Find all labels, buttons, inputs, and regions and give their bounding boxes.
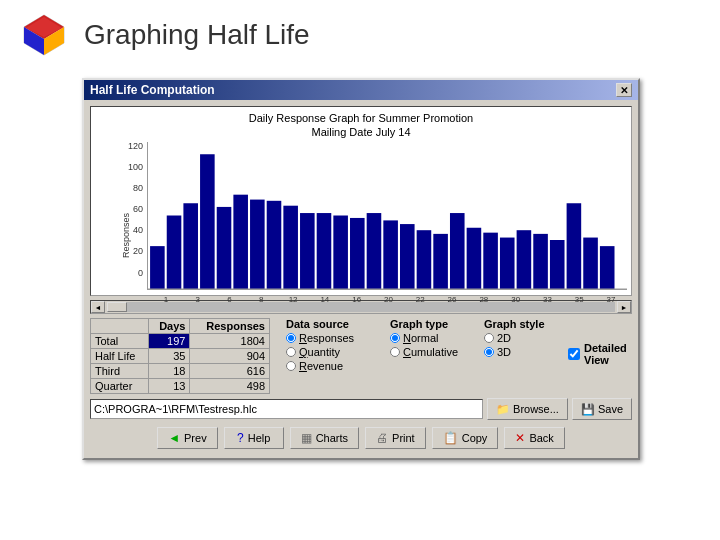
chart-plot: 1 3 6 8 12 14 16 20 22 26 <box>147 142 627 290</box>
graphstyle-section: Graph style 2D 3D <box>484 318 564 394</box>
row-label-third: Third <box>91 364 149 379</box>
radio-responses-row[interactable]: Responses <box>286 332 386 344</box>
row-days-quarter: 13 <box>148 379 189 394</box>
svg-rect-21 <box>417 230 432 289</box>
col-header-label <box>91 319 149 334</box>
radio-3d[interactable] <box>484 347 494 357</box>
close-button[interactable]: ✕ <box>616 83 632 97</box>
chart-container: Daily Response Graph for Summer Promotio… <box>90 106 632 296</box>
svg-rect-12 <box>267 200 282 288</box>
scrollbar[interactable]: ◄ ► <box>90 300 632 314</box>
radio-normal[interactable] <box>390 333 400 343</box>
col-header-responses: Responses <box>190 319 270 334</box>
detailed-view-checkbox[interactable] <box>568 348 580 360</box>
radio-3d-label: 3D <box>497 346 511 358</box>
toolbar: ◄ Prev ? Help ▦ Charts 🖨 Print 📋 Cop <box>90 424 632 452</box>
copy-button[interactable]: 📋 Copy <box>432 427 499 449</box>
graphtype-label: Graph type <box>390 318 480 330</box>
svg-rect-17 <box>350 218 365 289</box>
radio-quantity[interactable] <box>286 347 296 357</box>
svg-rect-31 <box>583 237 598 288</box>
svg-rect-26 <box>500 237 515 288</box>
row-responses-quarter: 498 <box>190 379 270 394</box>
prev-button[interactable]: ◄ Prev <box>157 427 218 449</box>
radio-2d-row[interactable]: 2D <box>484 332 564 344</box>
data-table: Days Responses Total 197 1804 Half <box>90 318 270 394</box>
dialog-titlebar: Half Life Computation ✕ <box>84 80 638 100</box>
page-background: Graphing Half Life Half Life Computation… <box>0 0 720 540</box>
table-row: Quarter 13 498 <box>91 379 270 394</box>
svg-rect-6 <box>167 215 182 289</box>
radio-responses[interactable] <box>286 333 296 343</box>
browse-icon: 📁 <box>496 403 510 416</box>
dialog-window: Half Life Computation ✕ Daily Response G… <box>82 78 640 460</box>
graphstyle-label: Graph style <box>484 318 564 330</box>
svg-rect-20 <box>400 224 415 289</box>
data-table-section: Days Responses Total 197 1804 Half <box>90 318 270 394</box>
help-button[interactable]: ? Help <box>224 427 284 449</box>
detailed-section: Detailed View <box>568 318 632 394</box>
row-days-third: 18 <box>148 364 189 379</box>
svg-rect-18 <box>367 213 382 289</box>
dialog-title: Half Life Computation <box>90 83 215 97</box>
radio-cumulative[interactable] <box>390 347 400 357</box>
svg-rect-19 <box>383 220 398 289</box>
charts-button[interactable]: ▦ Charts <box>290 427 359 449</box>
svg-rect-27 <box>517 230 532 289</box>
copy-icon: 📋 <box>443 431 458 445</box>
radio-3d-row[interactable]: 3D <box>484 346 564 358</box>
print-button[interactable]: 🖨 Print <box>365 427 426 449</box>
radio-cumulative-label: Cumulative <box>403 346 458 358</box>
print-icon: 🖨 <box>376 431 388 445</box>
svg-rect-9 <box>217 207 232 289</box>
help-icon: ? <box>237 431 244 445</box>
detailed-view-label: Detailed View <box>584 342 632 366</box>
row-label-quarter: Quarter <box>91 379 149 394</box>
svg-rect-16 <box>333 215 348 289</box>
row-responses-third: 616 <box>190 364 270 379</box>
svg-rect-32 <box>600 246 615 289</box>
bar-chart-svg <box>148 142 627 289</box>
filepath-input[interactable] <box>90 399 483 419</box>
radio-revenue[interactable] <box>286 361 296 371</box>
charts-icon: ▦ <box>301 431 312 445</box>
svg-rect-15 <box>317 213 332 289</box>
scroll-left-btn[interactable]: ◄ <box>91 301 105 313</box>
dialog-body: Daily Response Graph for Summer Promotio… <box>84 100 638 458</box>
radio-quantity-label: Quantity <box>299 346 340 358</box>
controls-area: Days Responses Total 197 1804 Half <box>90 318 632 394</box>
back-button[interactable]: ✕ Back <box>504 427 564 449</box>
prev-icon: ◄ <box>168 431 180 445</box>
detailed-view-row[interactable]: Detailed View <box>568 342 632 366</box>
y-axis-label: Responses <box>121 213 131 258</box>
svg-rect-5 <box>150 246 165 289</box>
datasource-section: Data source Responses Quantity Revenue <box>286 318 386 394</box>
svg-rect-24 <box>467 227 482 288</box>
filepath-area: 📁 Browse... 💾 Save <box>90 398 632 420</box>
svg-rect-10 <box>233 194 248 288</box>
svg-rect-11 <box>250 199 265 288</box>
scroll-track[interactable] <box>107 302 615 312</box>
graphtype-section: Graph type Normal Cumulative <box>390 318 480 394</box>
radio-2d-label: 2D <box>497 332 511 344</box>
svg-rect-28 <box>533 233 548 288</box>
row-days-halflife: 35 <box>148 349 189 364</box>
radio-cumulative-row[interactable]: Cumulative <box>390 346 480 358</box>
browse-button[interactable]: 📁 Browse... <box>487 398 568 420</box>
radio-2d[interactable] <box>484 333 494 343</box>
svg-rect-14 <box>300 213 315 289</box>
chart-area: Responses 120 100 80 60 40 20 0 <box>95 142 627 290</box>
row-days-total: 197 <box>148 334 189 349</box>
radio-responses-label: Responses <box>299 332 354 344</box>
scroll-thumb[interactable] <box>107 302 127 312</box>
radio-quantity-row[interactable]: Quantity <box>286 346 386 358</box>
svg-rect-25 <box>483 232 498 288</box>
svg-rect-8 <box>200 154 215 289</box>
col-header-days: Days <box>148 319 189 334</box>
radio-normal-row[interactable]: Normal <box>390 332 480 344</box>
row-responses-total: 1804 <box>190 334 270 349</box>
save-button[interactable]: 💾 Save <box>572 398 632 420</box>
back-icon: ✕ <box>515 431 525 445</box>
svg-rect-29 <box>550 240 565 289</box>
radio-revenue-row[interactable]: Revenue <box>286 360 386 372</box>
